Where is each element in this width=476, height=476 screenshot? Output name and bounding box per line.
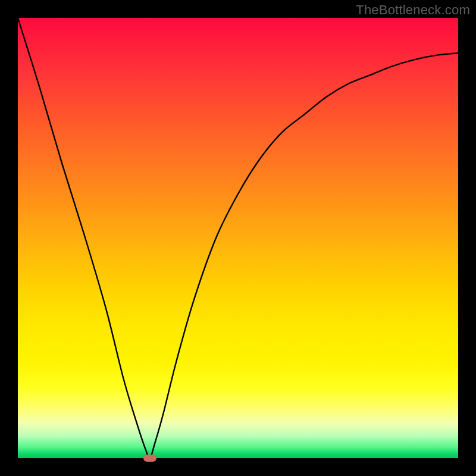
- minimum-marker: [143, 455, 156, 462]
- watermark-text: TheBottleneck.com: [356, 2, 470, 18]
- plot-area: [18, 18, 458, 458]
- bottleneck-curve: [18, 18, 458, 458]
- chart-frame: TheBottleneck.com: [0, 0, 476, 476]
